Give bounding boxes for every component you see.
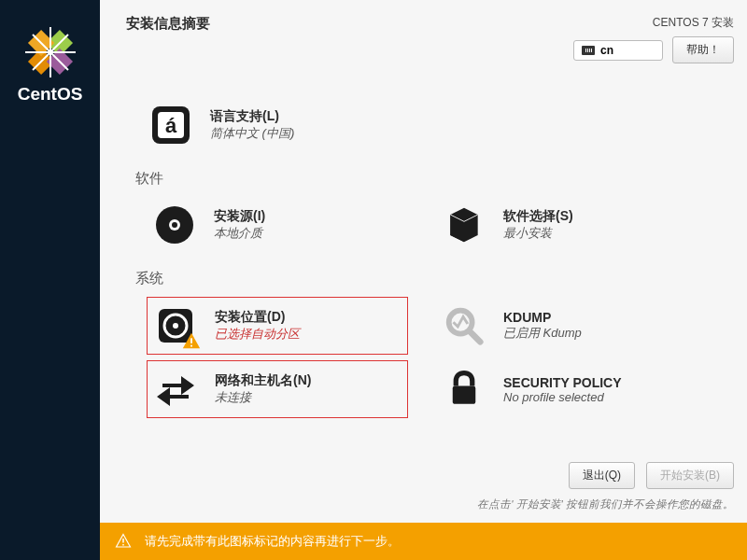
network-icon [153,367,198,412]
svg-rect-21 [453,386,476,404]
quit-button[interactable]: 退出(Q) [569,462,635,489]
spoke-title: 语言支持(L) [210,108,294,125]
begin-install-button[interactable]: 开始安装(B) [646,462,734,489]
lock-icon [442,367,486,412]
page-title: 安装信息摘要 [126,15,210,33]
footer-buttons: 退出(Q) 开始安装(B) [569,462,734,489]
sidebar: CentOS [0,0,100,560]
spoke-status: 未连接 [215,389,311,406]
spoke-status: 最小安装 [503,225,573,242]
section-header-system: 系统 [135,270,728,287]
spoke-title: 网络和主机名(N) [215,372,311,389]
main-panel: 安装信息摘要 CENTOS 7 安装 cn 帮助！ á [100,0,747,523]
svg-rect-18 [190,345,192,347]
spoke-status: No profile selected [503,390,622,404]
spoke-title: KDUMP [503,310,582,325]
svg-point-13 [172,222,177,228]
package-icon [442,203,486,247]
product-line: CENTOS 7 安装 [653,15,734,31]
disc-icon [152,203,197,247]
spoke-status: 已选择自动分区 [215,326,300,343]
spoke-title: 安装位置(D) [215,309,300,326]
content-area: á 语言支持(L) 简体中文 (中国) 软件 [100,63,747,418]
spoke-title: 安装源(I) [214,208,265,225]
spoke-software-selection[interactable]: 软件选择(S) 最小安装 [436,197,698,253]
warning-bar: 请先完成带有此图标标记的内容再进行下一步。 [100,523,747,560]
warning-badge-icon [181,331,202,352]
warning-icon [115,533,132,550]
header: 安装信息摘要 CENTOS 7 安装 cn 帮助！ [100,0,747,63]
keyboard-layout-indicator[interactable]: cn [573,40,663,61]
magnifier-icon [442,303,486,348]
svg-rect-23 [122,544,124,546]
centos-logo-icon [24,26,77,78]
spoke-status: 本地介质 [214,225,265,242]
svg-line-20 [470,331,481,343]
svg-text:á: á [165,114,177,137]
spoke-title: SECURITY POLICY [503,375,622,390]
keyboard-layout-label: cn [600,44,613,57]
spoke-title: 软件选择(S) [503,208,573,225]
disk-icon [153,303,198,348]
spoke-installation-destination[interactable]: 安装位置(D) 已选择自动分区 [147,297,408,355]
spoke-security-policy[interactable]: SECURITY POLICY No profile selected [436,360,698,418]
svg-point-16 [173,323,178,329]
spoke-kdump[interactable]: KDUMP 已启用 Kdump [436,297,698,355]
spoke-network-hostname[interactable]: 网络和主机名(N) 未连接 [147,360,408,418]
spoke-language-support[interactable]: á 语言支持(L) 简体中文 (中国) [143,97,404,153]
product-name: CentOS [18,84,83,105]
help-button[interactable]: 帮助！ [672,36,734,63]
svg-rect-22 [122,539,124,543]
footer-hint: 在点击' 开始安装' 按钮前我们并不会操作您的磁盘。 [477,497,734,511]
spoke-status: 已启用 Kdump [503,325,582,342]
keyboard-icon [582,46,595,55]
svg-rect-17 [190,338,192,343]
warning-text: 请先完成带有此图标标记的内容再进行下一步。 [145,533,400,550]
language-icon: á [148,103,193,147]
spoke-installation-source[interactable]: 安装源(I) 本地介质 [147,197,408,253]
section-header-software: 软件 [135,170,728,188]
spoke-status: 简体中文 (中国) [210,125,294,142]
